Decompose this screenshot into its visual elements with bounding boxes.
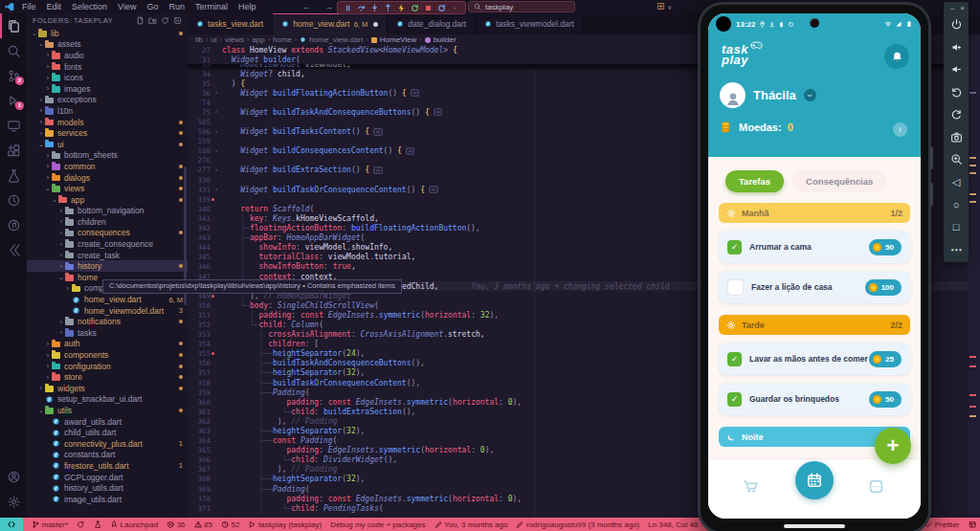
emulator-minimize-button[interactable]: –: [950, 4, 954, 12]
tree-item-images[interactable]: ›images: [27, 83, 188, 95]
fold-chevron[interactable]: ›: [211, 108, 222, 116]
folded-ellipsis[interactable]: ⋯: [373, 166, 383, 174]
emu-zoom-button[interactable]: [944, 148, 969, 171]
status-item[interactable]: [94, 520, 102, 529]
breadcrumb-item[interactable]: views: [225, 35, 244, 44]
tree-item-firestore_utils.dart[interactable]: firestore_utils.dart1: [27, 460, 188, 472]
menu-go[interactable]: Go: [146, 2, 158, 11]
folded-ellipsis[interactable]: ⋯: [406, 147, 415, 155]
fold-chevron[interactable]: ›: [211, 128, 222, 136]
tree-item-assets[interactable]: ⌄assets: [27, 39, 188, 51]
status-item-ln[interactable]: Ln 348, Col 48: [648, 520, 698, 529]
command-center-search[interactable]: taskplay: [468, 1, 575, 12]
bolt-icon[interactable]: [397, 4, 406, 12]
menu-view[interactable]: View: [118, 2, 136, 11]
activitybar-chevrons[interactable]: [0, 237, 27, 262]
tree-item-widgets[interactable]: ›widgets: [27, 383, 188, 394]
info-button[interactable]: i: [893, 122, 907, 137]
tree-item-fonts[interactable]: ›fonts: [27, 61, 188, 73]
tasks-nav-button[interactable]: [795, 461, 834, 499]
chevron-down-icon[interactable]: [804, 89, 816, 101]
history-nav-arrows[interactable]: ← →: [302, 0, 340, 13]
breadcrumb-item[interactable]: builder: [434, 35, 457, 44]
status-item-debug[interactable]: Debug my code + packages: [330, 520, 425, 529]
task-card[interactable]: Fazer a lição de casa100: [719, 271, 910, 303]
folded-ellipsis[interactable]: ⋯: [429, 186, 438, 193]
activitybar-ext[interactable]: [0, 138, 27, 163]
status-item-36[interactable]: 36: [167, 520, 185, 529]
profile-grid-icon[interactable]: ⊞ ∨: [657, 0, 672, 13]
task-card[interactable]: ✓Lavar as mãos antes de comer25: [719, 343, 910, 375]
status-item-master*[interactable]: master*: [32, 520, 68, 529]
checkbox-checked[interactable]: ✓: [727, 352, 742, 366]
tree-item-consequences[interactable]: ›consequences: [27, 228, 188, 239]
emu-power-button[interactable]: [944, 13, 969, 36]
tree-item-setup_snackbar_ui.dart[interactable]: setup_snackbar_ui.dart: [27, 394, 188, 406]
step-into-icon[interactable]: [370, 4, 379, 12]
tree-item-bottom_sheets[interactable]: ›bottom_sheets: [27, 150, 188, 162]
sidebar-actions[interactable]: [136, 16, 182, 25]
refresh-icon[interactable]: [161, 16, 169, 25]
tree-item-ui[interactable]: ⌄ui: [27, 139, 188, 150]
activitybar-scm[interactable]: 2: [0, 63, 27, 88]
home-indicator[interactable]: [784, 524, 845, 528]
tab-tasks_viewmodel.dart[interactable]: tasks_viewmodel.dart: [476, 13, 584, 34]
tab-tarefas[interactable]: Tarefas: [725, 170, 784, 192]
fold-chevron[interactable]: ›: [211, 89, 222, 97]
tree-item-auth[interactable]: ›auth: [27, 339, 188, 350]
tab-date_dialog.dart[interactable]: date_dialog.dart: [388, 13, 476, 34]
emu-camera-button[interactable]: [944, 126, 969, 149]
notifications-bell-button[interactable]: [884, 44, 909, 69]
fold-chevron[interactable]: ›: [211, 166, 222, 174]
status-item-rodrigoaugusto99[interactable]: rodrigoaugusto99 (3 months ago): [516, 520, 639, 529]
tree-item-award_utils.dart[interactable]: award_utils.dart: [27, 416, 188, 428]
task-card[interactable]: ✓Guardar os brinquedos50: [719, 383, 910, 415]
tree-item-common[interactable]: ›common: [27, 161, 188, 172]
activitybar-clock[interactable]: [0, 188, 27, 212]
tree-item-dialogs[interactable]: ›dialogs: [27, 172, 188, 184]
tree-item-app[interactable]: ⌄app: [27, 194, 188, 206]
activitybar-account[interactable]: [0, 464, 27, 489]
breadcrumb-item[interactable]: home: [273, 35, 292, 44]
tree-item-constants.dart[interactable]: constants.dart: [27, 450, 188, 461]
tree-item-lib[interactable]: ⌄lib: [27, 28, 188, 39]
tree-item-child_utils.dart[interactable]: child_utils.dart: [27, 427, 188, 438]
grip-icon[interactable]: [451, 4, 459, 12]
tree-item-l10n[interactable]: ›l10n: [27, 105, 188, 117]
new-folder-icon[interactable]: [148, 16, 157, 25]
tab-home_view.dart[interactable]: home_view.dart6, M: [273, 13, 388, 34]
emu-vol-up-button[interactable]: [944, 36, 969, 59]
breadcrumb-item[interactable]: app: [252, 35, 264, 44]
task-card[interactable]: ✓Arrumar a cama50: [719, 231, 910, 263]
tree-item-configuration[interactable]: ›configuration: [27, 361, 188, 372]
tree-item-models[interactable]: ›models: [27, 117, 188, 128]
folded-ellipsis[interactable]: ⋯: [373, 128, 383, 136]
debug-toolbar[interactable]: [337, 1, 466, 14]
emu-back-button[interactable]: ◁: [944, 171, 969, 194]
tree-item-services[interactable]: ›services: [27, 127, 188, 139]
status-item-taskplay[interactable]: taskplay (taskplay): [248, 520, 322, 529]
menu-edit[interactable]: Edit: [47, 2, 62, 11]
activitybar-gear[interactable]: [0, 489, 27, 514]
tree-item-store[interactable]: ›store: [27, 371, 188, 383]
status-item[interactable]: [77, 520, 85, 529]
breadcrumb-item[interactable]: home_view.dart: [309, 35, 363, 44]
folded-ellipsis[interactable]: ⋯: [434, 108, 443, 116]
tree-item-home_view.dart[interactable]: home_view.dart6, M: [27, 294, 188, 305]
breadcrumb-item[interactable]: ui: [211, 35, 216, 44]
folded-ellipsis[interactable]: ⋯: [411, 89, 420, 97]
new-file-icon[interactable]: [136, 16, 145, 25]
tree-item-bottom_navigation[interactable]: ›bottom_navigation: [27, 206, 188, 217]
emulator-close-button[interactable]: ×: [960, 4, 965, 12]
restart-icon[interactable]: [411, 4, 419, 12]
remote-indicator[interactable]: [0, 518, 23, 531]
status-item-you,[interactable]: You, 3 months ago: [434, 520, 508, 529]
tree-item-tasks[interactable]: ›tasks: [27, 327, 188, 339]
menu-terminal[interactable]: Terminal: [195, 2, 228, 11]
tree-item-create_task[interactable]: ›create_task: [27, 250, 188, 261]
breadcrumb-item[interactable]: lib: [195, 35, 203, 44]
emu-overview-button[interactable]: □: [944, 216, 969, 239]
tree-item-history_utils.dart[interactable]: history_utils.dart: [27, 482, 188, 494]
emu-home-button[interactable]: ○: [944, 193, 969, 216]
emu-more-button[interactable]: ⋯: [944, 238, 969, 261]
